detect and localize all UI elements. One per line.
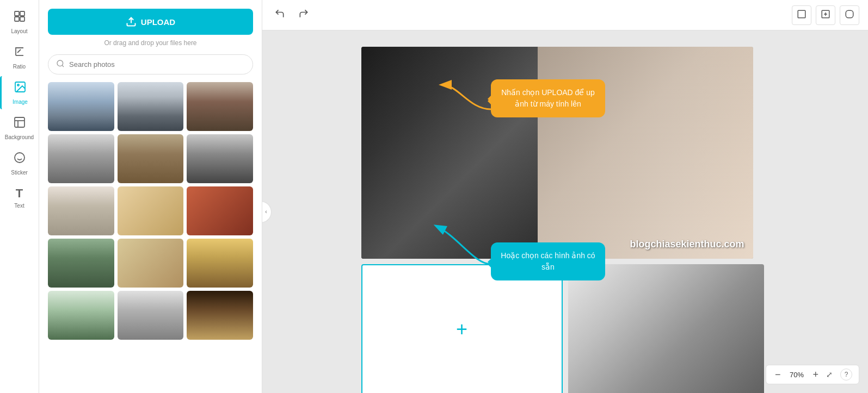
frame-button[interactable] bbox=[792, 5, 811, 25]
secondary-photo-bg bbox=[568, 264, 764, 393]
svg-point-14 bbox=[57, 60, 63, 66]
undo-icon bbox=[274, 8, 285, 19]
background-icon bbox=[13, 116, 26, 132]
photo-grid bbox=[48, 82, 253, 340]
redo-button[interactable] bbox=[295, 5, 312, 25]
upload-button-label: UPLOAD bbox=[141, 17, 175, 27]
watermark-text: blogchiasekienthuc.com bbox=[630, 239, 744, 249]
tooltip-upload: Nhấn chọn UPLOAD để up ảnh từ máy tính l… bbox=[491, 79, 605, 117]
sticker-icon bbox=[13, 151, 26, 167]
sidebar-layout-label: Layout bbox=[11, 28, 27, 34]
sidebar-text-label: Text bbox=[14, 203, 24, 209]
upload-button[interactable]: UPLOAD bbox=[48, 9, 253, 35]
sidebar-item-text[interactable]: T Text bbox=[0, 182, 39, 213]
ratio-icon bbox=[13, 45, 26, 61]
svg-rect-0 bbox=[15, 11, 19, 16]
sidebar-item-background[interactable]: Background bbox=[0, 111, 39, 145]
undo-button[interactable] bbox=[271, 5, 288, 25]
add-frame-button[interactable] bbox=[816, 5, 835, 25]
drag-drop-text: Or drag and drop your files here bbox=[48, 39, 253, 47]
list-item[interactable] bbox=[187, 291, 253, 340]
expand-icon[interactable]: ⤢ bbox=[825, 370, 834, 379]
search-container bbox=[48, 54, 253, 74]
list-item[interactable] bbox=[48, 186, 114, 235]
canvas-photo-secondary[interactable] bbox=[568, 264, 764, 393]
zoom-level-display: 70% bbox=[787, 371, 806, 379]
image-panel: UPLOAD Or drag and drop your files here bbox=[39, 0, 262, 393]
toolbar bbox=[262, 0, 868, 30]
sidebar-item-layout[interactable]: Layout bbox=[0, 5, 39, 39]
sidebar-item-image[interactable]: Image bbox=[0, 76, 39, 109]
canvas-bottom-row: + bbox=[361, 264, 797, 393]
main-area: ‹ Nhấn chọn UPLOAD để up ảnh từ máy tính… bbox=[262, 0, 868, 393]
search-icon bbox=[56, 59, 65, 70]
svg-rect-3 bbox=[20, 17, 24, 21]
watermark: blogchiasekienthuc.com bbox=[630, 239, 744, 250]
svg-rect-1 bbox=[20, 11, 24, 16]
rounded-frame-button[interactable] bbox=[840, 5, 859, 25]
svg-rect-2 bbox=[15, 17, 19, 21]
list-item[interactable] bbox=[118, 291, 184, 340]
collapse-chevron-icon: ‹ bbox=[265, 209, 267, 215]
list-item[interactable] bbox=[48, 82, 114, 131]
search-input[interactable] bbox=[69, 60, 245, 68]
upload-icon bbox=[126, 16, 137, 27]
woman-area bbox=[538, 47, 753, 259]
sidebar: Layout Ratio Image bbox=[0, 0, 39, 393]
sidebar-image-label: Image bbox=[13, 99, 28, 105]
list-item[interactable] bbox=[118, 82, 184, 131]
layout-icon bbox=[13, 10, 26, 26]
list-item[interactable] bbox=[187, 82, 253, 131]
rounded-icon bbox=[845, 9, 854, 19]
list-item[interactable] bbox=[48, 239, 114, 288]
tooltip-teal-arrow bbox=[483, 258, 492, 266]
sidebar-item-ratio[interactable]: Ratio bbox=[0, 41, 39, 74]
list-item[interactable] bbox=[187, 186, 253, 235]
svg-point-10 bbox=[15, 153, 24, 163]
list-item[interactable] bbox=[187, 134, 253, 183]
tooltip-upload-text: Nhấn chọn UPLOAD để up ảnh từ máy tính l… bbox=[501, 88, 595, 108]
sidebar-ratio-label: Ratio bbox=[13, 64, 26, 70]
sidebar-sticker-label: Sticker bbox=[11, 170, 28, 176]
list-item[interactable] bbox=[48, 134, 114, 183]
horse-area bbox=[361, 47, 538, 259]
canvas-area: ‹ Nhấn chọn UPLOAD để up ảnh từ máy tính… bbox=[262, 30, 868, 393]
sidebar-background-label: Background bbox=[5, 134, 34, 140]
tooltip-orange-arrow bbox=[483, 95, 492, 103]
photo-grid-container bbox=[48, 82, 253, 384]
svg-rect-20 bbox=[846, 10, 853, 18]
list-item[interactable] bbox=[118, 134, 184, 183]
add-icon bbox=[821, 9, 830, 19]
canvas-photo-placeholder[interactable]: + bbox=[361, 264, 563, 393]
toolbar-icons bbox=[792, 5, 859, 25]
redo-icon bbox=[298, 8, 309, 19]
add-photo-icon: + bbox=[456, 318, 467, 341]
text-icon: T bbox=[16, 186, 23, 201]
zoom-out-button[interactable]: − bbox=[773, 369, 783, 380]
tooltip-select-text: Hoặc chọn các hình ảnh có sẵn bbox=[501, 251, 595, 271]
zoom-controls: − 70% + ⤢ ? bbox=[766, 365, 859, 384]
tooltip-select-photos: Hoặc chọn các hình ảnh có sẵn bbox=[491, 242, 605, 280]
help-button[interactable]: ? bbox=[840, 369, 852, 380]
svg-point-6 bbox=[17, 84, 19, 86]
canvas-photo-main[interactable]: blogchiasekienthuc.com bbox=[361, 47, 753, 259]
list-item[interactable] bbox=[118, 239, 184, 288]
image-icon bbox=[14, 80, 27, 97]
svg-line-15 bbox=[62, 65, 64, 67]
zoom-in-button[interactable]: + bbox=[810, 369, 821, 380]
frame-icon bbox=[797, 9, 807, 19]
collapse-panel-button[interactable]: ‹ bbox=[262, 201, 272, 223]
list-item[interactable] bbox=[48, 291, 114, 340]
sidebar-item-sticker[interactable]: Sticker bbox=[0, 147, 39, 180]
list-item[interactable] bbox=[118, 186, 184, 235]
svg-rect-7 bbox=[15, 117, 24, 127]
list-item[interactable] bbox=[187, 239, 253, 288]
svg-rect-16 bbox=[798, 10, 805, 18]
